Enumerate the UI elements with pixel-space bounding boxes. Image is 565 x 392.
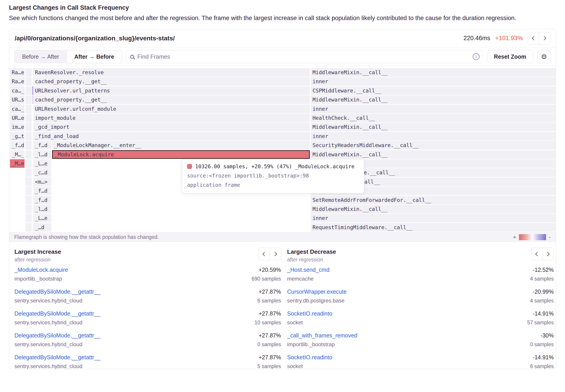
frame-cell-narrow[interactable] — [26, 196, 32, 204]
frame-cell-narrow[interactable] — [26, 132, 32, 140]
frame-cell-narrow[interactable] — [26, 123, 32, 131]
toggle-before-after[interactable]: Before → After — [14, 50, 67, 63]
frame-cell-narrow[interactable] — [26, 114, 32, 122]
frame-cell[interactable]: cached_property.__get__ — [33, 77, 310, 86]
frame-cell-right[interactable]: inner — [311, 105, 556, 113]
function-link[interactable]: DelegatedBySiloMode.__getattr__ — [14, 331, 100, 340]
frame-cell-right[interactable]: MiddlewareMixin.__call__ — [311, 95, 556, 104]
selected-frame-cell[interactable]: _ModuleLock.acquire — [52, 150, 310, 159]
frame-cell-truncated[interactable]: <m…> — [33, 178, 51, 186]
function-link[interactable]: DelegatedBySiloMode.__getattr__ — [14, 309, 100, 318]
legend-minus-label: - — [549, 234, 551, 241]
frame-cell-narrow[interactable] — [26, 95, 32, 104]
frame-cell-right[interactable]: RequestTimingMiddleware.__call__ — [311, 223, 556, 232]
tooltip-samples-text: 10326.00 samples, +20.59% (47%) _ModuleL… — [195, 164, 354, 169]
frame-cell-truncated[interactable]: _c…d — [33, 168, 51, 177]
increase-next-button[interactable] — [270, 248, 281, 260]
frame-cell-narrow[interactable] — [26, 68, 32, 77]
prev-transaction-button[interactable] — [528, 32, 539, 44]
frame-cell-truncated[interactable]: UR…e — [10, 114, 25, 122]
frame-cell-truncated[interactable]: im…e — [10, 123, 25, 131]
frame-cell-narrow[interactable] — [26, 159, 32, 168]
frame-cell-truncated[interactable]: _f…d — [33, 186, 51, 195]
frame-cell[interactable]: RavenResolver._resolve — [33, 68, 310, 77]
frame-cell-right[interactable]: SetRemoteAddrFromForwardedFor.__call__ — [311, 196, 556, 204]
frame-cell-truncated[interactable]: ca…_ — [10, 86, 25, 95]
frame-cell-truncated[interactable]: Ra…e — [10, 68, 25, 77]
frame-cell-narrow[interactable] — [26, 205, 32, 213]
frame-cell-right[interactable]: HealthCheck.__call__ — [311, 114, 556, 122]
function-change-item: _call_with_frames_removedimportlib._boot… — [287, 331, 554, 349]
frame-cell-truncated[interactable]: _L…e — [33, 214, 51, 222]
frame-cell[interactable]: cached_property.__get__ — [33, 95, 310, 104]
frame-cell-narrow[interactable] — [26, 150, 32, 159]
function-link[interactable]: SocketIO.readinto — [287, 353, 332, 362]
frame-cell-right[interactable]: MiddlewareMixin.__call__ — [311, 150, 556, 159]
frame-cell-truncated[interactable]: ca…_ — [10, 105, 25, 113]
decrease-next-button[interactable] — [542, 248, 553, 260]
frame-cell-truncated[interactable]: Ra…e — [10, 77, 25, 86]
change-percent: +27.87% — [257, 331, 281, 340]
largest-increase-header: Largest Increase after regression — [14, 248, 281, 264]
tooltip-headline: 10326.00 samples, +20.59% (47%) _ModuleL… — [187, 164, 359, 169]
frame-cell-truncated[interactable]: _…d — [33, 223, 51, 232]
frame-cell-truncated[interactable]: _f…d — [33, 196, 51, 204]
frame-cell-truncated[interactable]: UR…s — [10, 95, 25, 104]
frame-cell-right[interactable]: MiddlewareMixin.__call__ — [311, 123, 556, 131]
toggle-after-before[interactable]: After → Before — [66, 50, 122, 63]
find-frames-input[interactable] — [137, 53, 469, 60]
frame-cell-truncated[interactable]: _g…t — [10, 132, 25, 140]
largest-decrease-subtitle: after regression — [287, 256, 531, 264]
function-link[interactable]: CursorWrapper.execute — [287, 287, 347, 296]
frame-cell-truncated[interactable]: _M…e — [10, 159, 25, 168]
function-link[interactable]: DelegatedBySiloMode.__getattr__ — [14, 287, 100, 296]
function-link[interactable]: _Host.send_cmd — [287, 265, 330, 274]
frame-cell-right[interactable]: MiddlewareMixin.__call__ — [311, 68, 556, 77]
frame-cell-right[interactable]: inner — [311, 132, 556, 140]
module-label: sentry.services.hybrid_cloud — [14, 362, 100, 369]
frame-cell[interactable]: import_module — [33, 114, 310, 122]
flamegraph-canvas[interactable]: RequestTimingMiddleware.__call___…dinner… — [9, 66, 556, 232]
frame-cell-truncated[interactable]: _f…d — [33, 141, 51, 150]
frame-cell-right[interactable]: inner — [311, 77, 556, 86]
frame-cell-right[interactable]: MiddlewareMixin.__call__ — [311, 205, 556, 213]
info-icon[interactable]: i — [473, 53, 480, 60]
frame-cell[interactable]: _ModuleLockManager.__enter__ — [52, 141, 310, 150]
increase-prev-button[interactable] — [259, 248, 270, 260]
frame-tooltip: 10326.00 samples, +20.59% (47%) _ModuleL… — [182, 159, 364, 194]
frame-cell[interactable]: URLResolver.url_patterns — [33, 86, 310, 95]
function-change-item: DelegatedBySiloMode.__getattr__sentry.se… — [14, 331, 281, 349]
frame-cell-truncated[interactable]: _l…d — [33, 150, 51, 159]
function-link[interactable]: _ModuleLock.acquire — [14, 265, 68, 274]
frame-cell-narrow[interactable] — [26, 168, 32, 177]
next-transaction-button[interactable] — [539, 32, 550, 44]
frame-cell-narrow[interactable] — [26, 77, 32, 86]
frame-cell[interactable]: URLResolver.urlconf_module — [33, 105, 310, 113]
function-change-item: CursorWrapper.executesentry.db.postgres.… — [287, 287, 554, 305]
frame-cell-right[interactable]: inner — [311, 214, 556, 222]
reset-zoom-button[interactable]: Reset Zoom — [487, 50, 533, 63]
frame-cell-truncated[interactable]: _f…d — [10, 141, 25, 150]
frame-cell-truncated[interactable]: _l…d — [33, 205, 51, 213]
frame-cell-narrow[interactable] — [26, 214, 32, 222]
sample-count: 4 samples — [530, 296, 554, 305]
frame-cell[interactable]: _find_and_load — [33, 132, 310, 140]
frame-cell-right[interactable]: CSPMiddleware.__call__ — [311, 86, 556, 95]
function-link[interactable]: _call_with_frames_removed — [287, 331, 357, 340]
frame-cell-narrow[interactable] — [26, 141, 32, 150]
frame-cell-narrow[interactable] — [26, 178, 32, 186]
frame-cell-narrow[interactable] — [26, 105, 32, 113]
function-change-item: SocketIO.readintosocket-14.91%6 samples — [287, 353, 554, 369]
frame-cell-narrow[interactable] — [26, 86, 32, 95]
frame-cell-truncated[interactable]: _L…e — [33, 159, 51, 168]
frame-cell[interactable]: _gcd_import — [33, 123, 310, 131]
frame-cell-narrow[interactable] — [26, 186, 32, 195]
function-link[interactable]: SocketIO.readinto — [287, 309, 332, 318]
legend-plus-label: + — [513, 234, 516, 241]
frame-cell-narrow[interactable] — [26, 223, 32, 232]
decrease-prev-button[interactable] — [531, 248, 542, 260]
function-link[interactable]: DelegatedBySiloMode.__getattr__ — [14, 353, 100, 362]
frame-cell-right[interactable]: SecurityHeadersMiddleware.__call__ — [311, 141, 556, 150]
settings-gear-button[interactable]: ⚙ — [537, 50, 551, 63]
frame-cell-truncated[interactable]: _M…_ — [10, 150, 25, 159]
